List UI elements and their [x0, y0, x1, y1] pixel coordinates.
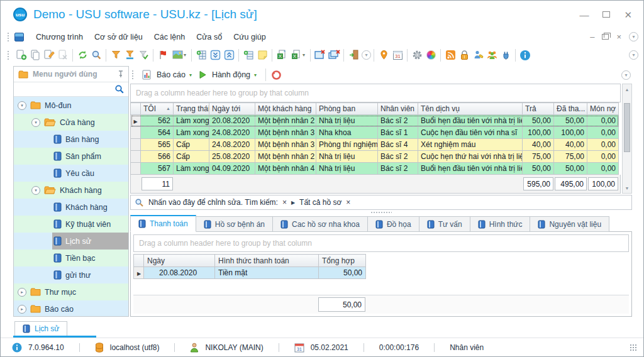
plugin-icon[interactable]: [499, 49, 513, 62]
filter-edit-hint[interactable]: Nhấn vào đây để chỉnh sửa. Tìm kiếm:: [148, 198, 278, 207]
vertical-scrollbar[interactable]: ▲ ▼: [622, 84, 632, 194]
mdi-minimize-button[interactable]: –: [590, 32, 594, 41]
collapse-all-icon[interactable]: [222, 49, 236, 62]
sidebar-item-gui-thu[interactable]: gửi thư: [14, 266, 128, 283]
maximize-button[interactable]: [602, 11, 610, 18]
column-header-pay[interactable]: Trả: [523, 103, 554, 115]
sidebar-search[interactable]: [14, 82, 128, 97]
search-icon[interactable]: [89, 49, 103, 62]
tab-thanh-toan[interactable]: Thanh toán: [130, 215, 196, 232]
resize-grip[interactable]: [630, 344, 637, 351]
column-header-service[interactable]: Tên dịch vụ: [418, 103, 523, 115]
subtable-row[interactable]: ▶ 20.08.2020 Tiền mặt 50,00: [134, 267, 366, 279]
filter-icon[interactable]: [109, 49, 123, 62]
expand-node-icon[interactable]: ▸: [18, 288, 26, 297]
menu-overflow-button[interactable]: ▾: [629, 32, 638, 41]
scrollbar-thumb[interactable]: [624, 103, 630, 152]
report-caret-icon[interactable]: ▾: [189, 72, 192, 78]
document-tab-lich-su[interactable]: Lịch sử: [14, 321, 67, 336]
sidebar-item-tien-bac[interactable]: Tiền bạc: [14, 250, 128, 266]
sidebar-item-khach-hang[interactable]: Khách hàng: [14, 199, 128, 216]
insert-row-icon[interactable]: [242, 49, 255, 62]
copy-record-icon[interactable]: [28, 49, 42, 62]
expand-all-icon[interactable]: [208, 49, 222, 62]
calendar-icon[interactable]: 31: [391, 49, 404, 62]
minimize-button[interactable]: —: [579, 10, 589, 19]
column-header-employee[interactable]: Nhân viên: [378, 103, 418, 115]
group-by-panel[interactable]: Drag a column header here to group by th…: [130, 84, 621, 102]
flag-icon[interactable]: [156, 49, 170, 62]
sidebar-search-icon[interactable]: [114, 84, 125, 94]
note-icon[interactable]: [255, 49, 269, 62]
action-button[interactable]: Hành động: [212, 70, 250, 79]
column-header-id[interactable]: TÔI▲: [141, 103, 174, 115]
table-row[interactable]: 564Làm xong24.08.2020Một bệnh nhân 3Nha …: [131, 127, 619, 139]
table-row[interactable]: 565Cấp24.08.2020Một bệnh nhân 3Phòng thí…: [131, 139, 619, 151]
user-groups-icon[interactable]: [485, 49, 499, 62]
delete-record-icon[interactable]: [56, 49, 70, 62]
edit-record-icon[interactable]: [42, 49, 56, 62]
sidebar-item-mo-dun[interactable]: ▾ Mô-đun: [14, 97, 128, 114]
active-filter-value[interactable]: Tất cả hồ sơ: [299, 198, 341, 207]
menu-item-program[interactable]: Chương trình: [30, 30, 89, 44]
table-row[interactable]: 567Làm xong04.09.2020Một bệnh nhân 4Nhà …: [131, 163, 619, 175]
sidebar-item-san-pham[interactable]: Sản phẩm: [14, 148, 128, 165]
column-header-date[interactable]: Ngày tới: [209, 103, 255, 115]
sidebar-item-khach-hang-folder[interactable]: ▾ Khách hàng: [14, 182, 128, 199]
subcolumn-header-method[interactable]: Hình thức thanh toán: [215, 255, 319, 267]
subcolumn-header-date[interactable]: Ngày: [144, 255, 215, 267]
mdi-close-button[interactable]: ×: [616, 32, 621, 41]
table-row[interactable]: 566Cấp25.08.2020Một bệnh nhân 2Nhà trị l…: [131, 151, 619, 163]
tab-do-hoa[interactable]: Đồ họa: [368, 216, 419, 232]
menu-item-database[interactable]: Cơ sở dữ liệu: [89, 30, 148, 44]
subgrid-group-by-panel[interactable]: Drag a column header here to group by th…: [133, 234, 629, 252]
panel-splitter[interactable]: [130, 210, 632, 214]
close-button[interactable]: ✕: [624, 10, 632, 19]
undo-icon[interactable]: [271, 70, 282, 80]
menu-item-commands[interactable]: Các lệnh: [148, 30, 191, 44]
excel-import-icon[interactable]: X: [275, 49, 289, 62]
collapse-node-icon[interactable]: ▾: [31, 186, 40, 195]
settings-gear-icon[interactable]: [410, 49, 424, 62]
clear-search-icon[interactable]: ×: [282, 198, 287, 207]
filter-check-icon[interactable]: [136, 49, 150, 62]
panel-overflow-button[interactable]: ▾: [621, 70, 631, 80]
action-caret-icon[interactable]: ▾: [254, 72, 257, 78]
mdi-restore-button[interactable]: [602, 34, 609, 40]
sidebar-item-ban-hang[interactable]: Bán hàng: [14, 131, 128, 148]
sidebar-item-lich-su[interactable]: Lịch sử: [14, 233, 128, 250]
lock-icon[interactable]: i: [457, 49, 471, 62]
sidebar-item-yeu-cau[interactable]: Yêu cầu: [14, 165, 128, 182]
clear-filter-icon[interactable]: ×: [346, 198, 350, 207]
insert-column-icon[interactable]: [194, 49, 208, 62]
collapse-node-icon[interactable]: ▾: [18, 101, 26, 110]
menu-item-help[interactable]: Cứu giúp: [228, 30, 271, 44]
image-dropdown-icon[interactable]: ▾: [170, 49, 189, 62]
sidebar-item-thu-muc[interactable]: ▸ Thư mục: [14, 283, 128, 300]
filter-edit-icon[interactable]: [123, 49, 136, 62]
close-all-windows-icon[interactable]: [327, 49, 341, 62]
sidebar-item-ky-thuat-vien[interactable]: Kỹ thuật viên: [14, 216, 128, 233]
tab-hinh-thuc[interactable]: Hình thức: [470, 216, 531, 232]
add-record-icon[interactable]: [14, 49, 28, 62]
tab-tu-van[interactable]: Tư vấn: [419, 216, 470, 232]
tab-nguyen-vat-lieu[interactable]: Nguyên vật liệu: [530, 216, 609, 232]
column-header-debt[interactable]: Món nợ: [587, 103, 619, 115]
excel-export-dropdown-icon[interactable]: X▾: [289, 49, 308, 62]
location-icon[interactable]: [377, 49, 391, 62]
expand-node-icon[interactable]: ▸: [18, 305, 26, 314]
menu-item-window[interactable]: Cửa sổ: [191, 30, 228, 44]
tab-ho-so-benh-an[interactable]: Hồ sơ bệnh án: [196, 216, 273, 232]
sidebar-item-bao-cao[interactable]: ▸ Báo cáo: [14, 300, 128, 316]
scroll-up-icon[interactable]: ▲: [623, 84, 631, 94]
pin-icon[interactable]: [118, 70, 124, 78]
subcolumn-header-total[interactable]: Tổng hợp: [319, 255, 366, 267]
column-header-status[interactable]: Trạng thái: [174, 103, 209, 115]
toolbar-overflow-button[interactable]: ▾: [629, 50, 638, 60]
exit-icon[interactable]: [347, 49, 360, 62]
rss-icon[interactable]: [443, 49, 457, 62]
scroll-down-icon[interactable]: ▼: [623, 183, 631, 193]
sidebar-item-cua-hang[interactable]: ▾ Cửa hàng: [14, 114, 128, 131]
info-icon[interactable]: [518, 49, 532, 62]
filter-bar[interactable]: Nhấn vào đây để chỉnh sửa. Tìm kiếm: × ▶…: [130, 195, 632, 210]
